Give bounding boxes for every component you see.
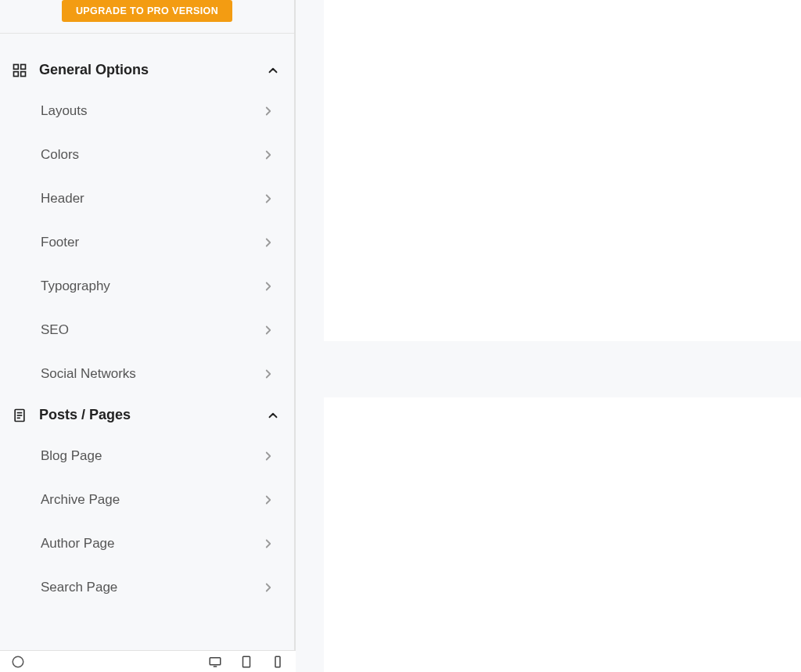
- device-mobile-icon[interactable]: [271, 655, 285, 669]
- chevron-right-icon: [261, 537, 275, 551]
- subitem-label: Author Page: [41, 536, 115, 552]
- chevron-right-icon: [261, 192, 275, 206]
- svg-point-8: [13, 656, 23, 667]
- chevron-right-icon: [261, 235, 275, 250]
- page-icon: [11, 408, 28, 423]
- chevron-right-icon: [261, 493, 275, 507]
- subitem-label: Typography: [41, 279, 110, 294]
- subitem-label: Archive Page: [41, 492, 120, 508]
- section-general-options[interactable]: General Options: [0, 51, 294, 89]
- chevron-up-icon: [266, 408, 280, 422]
- device-tablet-icon[interactable]: [239, 655, 253, 669]
- general-options-items: Layouts Colors Header Footer: [0, 89, 294, 396]
- subitem-label: Blog Page: [41, 448, 102, 464]
- section-title: Posts / Pages: [39, 407, 266, 423]
- svg-rect-0: [14, 64, 19, 69]
- device-desktop-icon[interactable]: [208, 655, 222, 669]
- collapse-icon[interactable]: [11, 655, 25, 669]
- subitem-footer[interactable]: Footer: [0, 221, 294, 264]
- chevron-right-icon: [261, 367, 275, 381]
- svg-rect-3: [21, 71, 26, 76]
- chevron-right-icon: [261, 104, 275, 118]
- svg-rect-1: [21, 64, 26, 69]
- preview-region-bottom: [324, 397, 801, 672]
- sidebar-top: UPGRADE TO PRO VERSION: [0, 0, 294, 34]
- svg-rect-11: [243, 656, 250, 667]
- subitem-seo[interactable]: SEO: [0, 308, 294, 352]
- subitem-label: Footer: [41, 235, 79, 250]
- subitem-author-page[interactable]: Author Page: [0, 522, 294, 566]
- posts-pages-items: Blog Page Archive Page Author Page Searc…: [0, 434, 294, 609]
- svg-rect-9: [210, 657, 221, 664]
- subitem-typography[interactable]: Typography: [0, 264, 294, 308]
- live-preview: [296, 0, 801, 672]
- sidebar-scroll[interactable]: General Options Layouts Colors: [0, 34, 294, 672]
- section-posts-pages[interactable]: Posts / Pages: [0, 396, 294, 434]
- subitem-label: Layouts: [41, 103, 88, 119]
- svg-rect-12: [275, 656, 280, 667]
- bottom-toolbar: [0, 650, 296, 672]
- subitem-label: Header: [41, 191, 84, 207]
- chevron-right-icon: [261, 279, 275, 293]
- subitem-layouts[interactable]: Layouts: [0, 89, 294, 133]
- subitem-archive-page[interactable]: Archive Page: [0, 478, 294, 522]
- chevron-right-icon: [261, 449, 275, 463]
- subitem-social-networks[interactable]: Social Networks: [0, 352, 294, 396]
- upgrade-pro-button[interactable]: UPGRADE TO PRO VERSION: [62, 0, 232, 22]
- subitem-colors[interactable]: Colors: [0, 133, 294, 177]
- subitem-search-page[interactable]: Search Page: [0, 566, 294, 609]
- grid-icon: [11, 63, 28, 78]
- subitem-blog-page[interactable]: Blog Page: [0, 434, 294, 478]
- subitem-label: Search Page: [41, 580, 117, 595]
- subitem-label: Colors: [41, 147, 79, 163]
- preview-region-top: [324, 0, 801, 341]
- customizer-sidebar: UPGRADE TO PRO VERSION General Options: [0, 0, 296, 672]
- subitem-label: SEO: [41, 322, 69, 338]
- subitem-label: Social Networks: [41, 366, 136, 382]
- chevron-up-icon: [266, 63, 280, 77]
- chevron-right-icon: [261, 323, 275, 337]
- svg-rect-10: [214, 666, 217, 667]
- chevron-right-icon: [261, 148, 275, 162]
- chevron-right-icon: [261, 580, 275, 595]
- section-title: General Options: [39, 62, 266, 78]
- svg-rect-2: [14, 71, 19, 76]
- subitem-header[interactable]: Header: [0, 177, 294, 221]
